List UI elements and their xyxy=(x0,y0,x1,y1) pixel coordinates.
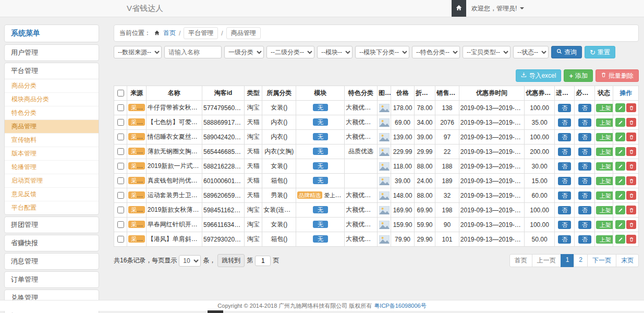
delete-button[interactable] xyxy=(626,191,636,200)
edit-button[interactable] xyxy=(615,118,625,127)
status-button[interactable]: 上架 xyxy=(596,162,613,171)
batch-delete-button[interactable]: 批量删除 xyxy=(596,69,639,82)
row-checkbox[interactable] xyxy=(117,236,124,243)
delete-button[interactable] xyxy=(626,118,636,127)
page-button[interactable]: 末页 xyxy=(616,254,639,267)
row-checkbox[interactable] xyxy=(117,207,124,213)
data-source-select[interactable]: --数据来源-- xyxy=(114,46,162,58)
reset-button[interactable]: ↻ 重置 xyxy=(585,46,615,58)
sidebar-subitem[interactable]: 特色分类 xyxy=(5,106,99,120)
page-button[interactable]: 下一页 xyxy=(587,254,616,267)
edit-button[interactable] xyxy=(615,133,625,141)
sidebar-subitem[interactable]: 版本管理 xyxy=(5,147,99,161)
filter-select[interactable]: --模块下分类-- xyxy=(355,46,409,58)
must-buy-toggle[interactable]: 否 xyxy=(578,221,591,229)
icp-link[interactable]: 粤ICP备16098006号 xyxy=(374,302,426,310)
import-excel-button[interactable]: 导入excel xyxy=(516,69,561,82)
sidebar-subitem[interactable]: 平台配置 xyxy=(5,201,99,214)
delete-button[interactable] xyxy=(626,220,636,229)
delete-button[interactable] xyxy=(626,235,636,244)
per-page-select[interactable]: 10 xyxy=(179,255,201,267)
user-menu[interactable]: 欢迎您，管理员! xyxy=(466,0,529,17)
sidebar-subitem[interactable]: 意见反馈 xyxy=(5,188,99,201)
sidebar-subitem[interactable]: 商品分类 xyxy=(5,79,99,93)
row-checkbox[interactable] xyxy=(117,119,124,126)
status-button[interactable]: 上架 xyxy=(596,133,613,141)
add-button[interactable]: + 添加 xyxy=(564,69,593,82)
must-buy-toggle[interactable]: 否 xyxy=(578,162,591,171)
edit-button[interactable] xyxy=(615,235,625,244)
status-button[interactable]: 上架 xyxy=(596,104,613,112)
filter-select[interactable]: --特色分类-- xyxy=(412,46,460,58)
status-button[interactable]: 上架 xyxy=(596,118,613,127)
page-button[interactable]: 2 xyxy=(574,254,588,267)
search-button[interactable]: 查询 xyxy=(551,46,582,58)
edit-button[interactable] xyxy=(615,220,625,229)
app-brand[interactable]: V省钱达人 xyxy=(127,0,163,17)
delete-button[interactable] xyxy=(626,162,636,171)
edit-button[interactable] xyxy=(615,191,625,200)
must-buy-toggle[interactable]: 否 xyxy=(578,235,591,244)
filter-select[interactable]: --状态-- xyxy=(513,46,549,58)
status-button[interactable]: 上架 xyxy=(596,177,613,185)
import-select-toggle[interactable]: 否 xyxy=(558,221,571,229)
must-buy-toggle[interactable]: 否 xyxy=(578,191,591,200)
status-button[interactable]: 上架 xyxy=(596,206,613,214)
sidebar-subitem[interactable]: 启动页管理 xyxy=(5,174,99,188)
delete-button[interactable] xyxy=(626,206,636,214)
row-checkbox[interactable] xyxy=(117,104,124,111)
name-search-input[interactable] xyxy=(164,46,222,58)
import-select-toggle[interactable]: 否 xyxy=(558,148,571,156)
page-button[interactable]: 上一页 xyxy=(532,254,561,267)
page-button[interactable]: 首页 xyxy=(509,254,532,267)
must-buy-toggle[interactable]: 否 xyxy=(578,177,591,185)
status-button[interactable]: 上架 xyxy=(596,148,613,156)
must-buy-toggle[interactable]: 否 xyxy=(578,148,591,156)
must-buy-toggle[interactable]: 否 xyxy=(578,133,591,141)
filter-select[interactable]: --宝贝类型-- xyxy=(463,46,511,58)
import-select-toggle[interactable]: 否 xyxy=(558,104,571,112)
delete-button[interactable] xyxy=(626,176,636,185)
import-select-toggle[interactable]: 否 xyxy=(558,177,571,185)
edit-button[interactable] xyxy=(615,176,625,185)
row-checkbox[interactable] xyxy=(117,134,124,140)
edit-button[interactable] xyxy=(615,147,625,156)
jump-page-input[interactable] xyxy=(255,256,271,266)
sidebar-subitem[interactable]: 模块商品分类 xyxy=(5,93,99,106)
sidebar-subitem[interactable]: 商品管理 xyxy=(5,120,99,134)
status-button[interactable]: 上架 xyxy=(596,235,613,244)
delete-button[interactable] xyxy=(626,147,636,156)
row-checkbox[interactable] xyxy=(117,163,124,170)
row-checkbox[interactable] xyxy=(117,177,124,184)
import-select-toggle[interactable]: 否 xyxy=(558,235,571,244)
must-buy-toggle[interactable]: 否 xyxy=(578,118,591,127)
status-button[interactable]: 上架 xyxy=(596,191,613,200)
import-select-toggle[interactable]: 否 xyxy=(558,118,571,127)
sidebar-item[interactable]: 订单管理 xyxy=(5,272,99,287)
import-select-toggle[interactable]: 否 xyxy=(558,162,571,171)
row-checkbox[interactable] xyxy=(117,221,124,228)
row-checkbox[interactable] xyxy=(117,192,124,199)
sidebar-subitem[interactable]: 宣传物料 xyxy=(5,134,99,147)
sidebar-item[interactable]: 消息管理 xyxy=(5,254,99,269)
status-button[interactable]: 上架 xyxy=(596,221,613,229)
edit-button[interactable] xyxy=(615,162,625,171)
delete-button[interactable] xyxy=(626,133,636,141)
delete-button[interactable] xyxy=(626,103,636,112)
edit-button[interactable] xyxy=(615,206,625,214)
sidebar-item[interactable]: 平台管理 xyxy=(5,63,99,79)
import-select-toggle[interactable]: 否 xyxy=(558,133,571,141)
sidebar-item[interactable]: 省赚快报 xyxy=(5,235,99,251)
select-all-checkbox[interactable] xyxy=(117,90,124,97)
filter-select[interactable]: 一级分类 xyxy=(224,46,264,58)
import-select-toggle[interactable]: 否 xyxy=(558,191,571,200)
jump-button[interactable]: 跳转到 xyxy=(217,254,245,267)
sidebar-item[interactable]: 用户管理 xyxy=(5,45,99,61)
edit-button[interactable] xyxy=(615,103,625,112)
filter-select[interactable]: --二级分类-- xyxy=(266,46,314,58)
must-buy-toggle[interactable]: 否 xyxy=(578,104,591,112)
home-button[interactable] xyxy=(452,0,466,17)
import-select-toggle[interactable]: 否 xyxy=(558,206,571,214)
row-checkbox[interactable] xyxy=(117,148,124,155)
page-button[interactable]: 1 xyxy=(561,254,575,267)
